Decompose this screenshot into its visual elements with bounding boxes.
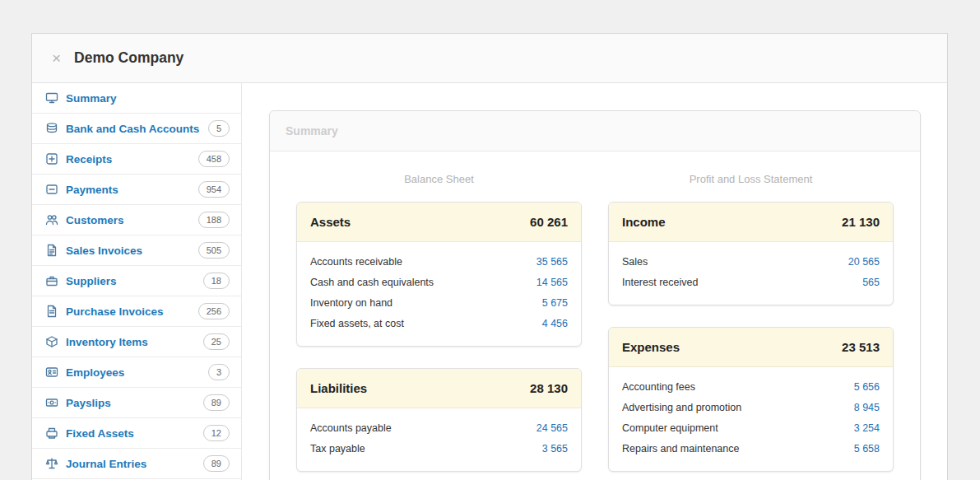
receipts-icon <box>45 152 58 165</box>
count-badge: 18 <box>203 273 230 289</box>
sidebar-item-label: Sales Invoices <box>66 245 142 257</box>
sidebar-item-label: Employees <box>66 366 124 379</box>
company-title: Demo Company <box>74 49 183 67</box>
account-label: Inventory on hand <box>310 297 392 310</box>
account-value-link[interactable]: 20 565 <box>848 256 880 268</box>
sidebar-item-employees[interactable]: Employees 3 <box>32 357 241 388</box>
assets-card-total: 60 261 <box>530 215 568 229</box>
count-badge: 89 <box>203 455 230 472</box>
account-value-link[interactable]: 8 945 <box>854 402 880 414</box>
sidebar-item-payments[interactable]: Payments 954 <box>32 175 241 205</box>
account-row: Inventory on hand 5 675 <box>310 293 568 314</box>
profit-loss-heading: Profit and Loss Statement <box>608 173 894 185</box>
summary-panel: Summary Balance Sheet Assets 60 261 <box>269 110 921 480</box>
journal-entries-icon <box>45 457 58 470</box>
account-row: Computer equipment 3 254 <box>622 418 880 439</box>
account-label: Interest received <box>622 277 698 289</box>
account-value-link[interactable]: 5 656 <box>854 381 880 394</box>
account-row: Fixed assets, at cost 4 456 <box>310 314 568 334</box>
account-value-link[interactable]: 3 254 <box>854 422 880 435</box>
liabilities-card-title: Liabilities <box>310 381 367 395</box>
account-label: Tax payable <box>310 443 365 455</box>
liabilities-card-total: 28 130 <box>530 381 568 395</box>
count-badge: 5 <box>208 120 230 137</box>
summary-icon <box>45 91 58 105</box>
payments-icon <box>45 183 58 196</box>
count-badge: 89 <box>203 394 230 411</box>
income-card-total: 21 130 <box>842 215 880 229</box>
income-card: Income 21 130 Sales 20 565 Interest rece… <box>608 202 894 305</box>
balance-sheet-heading: Balance Sheet <box>296 173 582 185</box>
account-label: Accounts receivable <box>310 256 402 268</box>
sidebar-item-label: Fixed Assets <box>66 427 134 440</box>
account-value-link[interactable]: 14 565 <box>536 277 568 289</box>
close-icon[interactable]: × <box>52 50 61 66</box>
account-label: Accounting fees <box>622 381 695 394</box>
summary-panel-title: Summary <box>270 111 920 151</box>
sidebar-item-label: Bank and Cash Accounts <box>66 123 199 135</box>
count-badge: 458 <box>198 151 230 167</box>
account-value-link[interactable]: 5 675 <box>542 297 568 310</box>
account-row: Repairs and maintenance 5 658 <box>622 439 880 459</box>
account-row: Interest received 565 <box>622 273 880 293</box>
account-value-link[interactable]: 3 565 <box>542 443 568 455</box>
expenses-card-title: Expenses <box>622 340 680 354</box>
expenses-card: Expenses 23 513 Accounting fees 5 656 Ad… <box>608 327 894 472</box>
company-header: × Demo Company <box>32 34 947 83</box>
sidebar-item-sales-invoices[interactable]: Sales Invoices 505 <box>32 235 241 266</box>
fixed-assets-icon <box>45 426 58 440</box>
sidebar-item-label: Receipts <box>66 153 112 165</box>
account-row: Accounts receivable 35 565 <box>310 252 568 273</box>
sidebar-item-fixed-assets[interactable]: Fixed Assets 12 <box>32 418 241 449</box>
account-value-link[interactable]: 24 565 <box>536 422 568 435</box>
sidebar-item-journal-entries[interactable]: Journal Entries 89 <box>32 449 241 479</box>
suppliers-icon <box>45 274 58 287</box>
inventory-items-icon <box>45 335 58 348</box>
app-window: × Demo Company Summary Bank and Cash Acc… <box>31 33 948 480</box>
account-label: Cash and cash equivalents <box>310 277 434 289</box>
sidebar-item-label: Summary <box>66 92 117 105</box>
account-row: Tax payable 3 565 <box>310 439 568 459</box>
account-value-link[interactable]: 35 565 <box>536 256 568 268</box>
account-label: Advertising and promotion <box>622 402 741 414</box>
sidebar-item-label: Customers <box>66 214 124 226</box>
sidebar-item-summary[interactable]: Summary <box>32 83 241 114</box>
sidebar-item-customers[interactable]: Customers 188 <box>32 205 241 235</box>
sidebar-item-label: Journal Entries <box>66 458 146 470</box>
sidebar-item-label: Payments <box>66 184 118 196</box>
account-row: Accounts payable 24 565 <box>310 418 568 439</box>
payslips-icon <box>45 396 58 409</box>
account-value-link[interactable]: 565 <box>862 277 880 289</box>
sidebar-item-suppliers[interactable]: Suppliers 18 <box>32 266 241 296</box>
income-card-title: Income <box>622 215 666 229</box>
assets-card-title: Assets <box>310 215 351 229</box>
purchase-invoices-icon <box>45 305 58 318</box>
sidebar: Summary Bank and Cash Accounts 5 Receipt… <box>32 83 242 480</box>
sidebar-item-inventory-items[interactable]: Inventory Items 25 <box>32 327 241 357</box>
count-badge: 25 <box>203 333 230 350</box>
expenses-card-total: 23 513 <box>842 340 880 354</box>
sidebar-item-label: Suppliers <box>66 275 117 287</box>
account-label: Repairs and maintenance <box>622 443 739 455</box>
account-row: Advertising and promotion 8 945 <box>622 398 880 418</box>
account-row: Accounting fees 5 656 <box>622 377 880 398</box>
customers-icon <box>45 213 58 226</box>
bank-icon <box>45 122 58 135</box>
account-value-link[interactable]: 5 658 <box>854 443 880 455</box>
sidebar-item-purchase-invoices[interactable]: Purchase Invoices 256 <box>32 296 241 327</box>
balance-sheet-column: Balance Sheet Assets 60 261 Accounts rec… <box>296 173 582 480</box>
count-badge: 256 <box>198 303 230 319</box>
account-row: Cash and cash equivalents 14 565 <box>310 273 568 293</box>
sidebar-item-payslips[interactable]: Payslips 89 <box>32 388 241 418</box>
account-value-link[interactable]: 4 456 <box>542 318 568 330</box>
sidebar-item-receipts[interactable]: Receipts 458 <box>32 144 241 175</box>
count-badge: 188 <box>198 212 230 228</box>
employees-icon <box>45 366 58 379</box>
account-label: Fixed assets, at cost <box>310 318 404 330</box>
count-badge: 954 <box>198 181 230 198</box>
sidebar-item-bank-and-cash-accounts[interactable]: Bank and Cash Accounts 5 <box>32 114 241 144</box>
account-label: Sales <box>622 256 648 268</box>
count-badge: 3 <box>208 364 230 380</box>
count-badge: 12 <box>203 425 230 441</box>
sales-invoices-icon <box>45 244 58 257</box>
